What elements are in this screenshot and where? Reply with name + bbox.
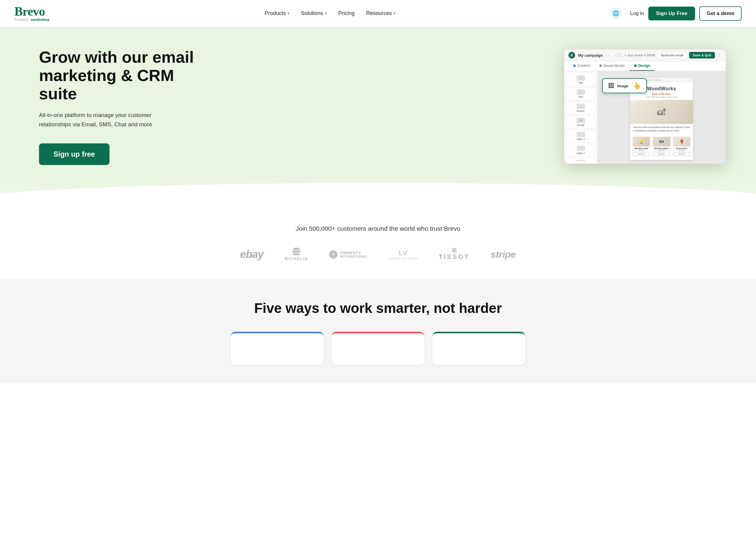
- demo-nav-button[interactable]: Get a demo: [699, 6, 742, 21]
- nav-resources[interactable]: Resources ▾: [366, 10, 395, 17]
- editor-send-button[interactable]: Send test email: [657, 52, 687, 59]
- logo[interactable]: Brevo Formerly sendinblue: [14, 5, 50, 22]
- logo-amnesty: A AMNESTY INTERNATIONAL: [329, 250, 368, 259]
- image-icon: 🖼: [608, 82, 614, 89]
- five-ways-card-3[interactable]: [432, 332, 525, 365]
- globe-icon[interactable]: 🌐: [610, 8, 621, 19]
- five-ways-cards: [24, 332, 732, 365]
- sidebar-block-style3[interactable]: Style 3: [566, 158, 595, 161]
- logo-name: Brevo: [14, 5, 50, 18]
- hero-left: Grow with our email marketing & CRM suit…: [39, 48, 213, 165]
- nav-solutions[interactable]: Solutions ▾: [301, 10, 327, 17]
- sidebar-block-title[interactable]: T Title: [566, 73, 595, 86]
- five-ways-section: Five ways to work smarter, not harder: [0, 279, 756, 383]
- arrow-right-icon[interactable]: ›: [608, 53, 609, 58]
- editor-sidebar: T Title ≡ Text ⬜ Button ⊕⊕ Social: [564, 71, 597, 161]
- signup-hero-button[interactable]: Sign up free: [39, 143, 109, 165]
- editor-nav-arrows[interactable]: ‹ ›: [606, 53, 609, 58]
- logo-tissot: TISSOT: [439, 248, 469, 261]
- chevron-down-icon: ▾: [325, 11, 327, 15]
- nav-divider: [625, 9, 626, 18]
- trust-headline: Join 500,000+ customers around the world…: [24, 225, 732, 232]
- sidebar-block-text[interactable]: ≡ Text: [566, 87, 595, 100]
- login-button[interactable]: Log in: [630, 11, 644, 17]
- editor-save-quit-button[interactable]: Save & Quit: [689, 52, 715, 59]
- trust-logos: ebay MICHELIN A AMNESTY INTERNATIONAL LV…: [24, 248, 732, 261]
- email-products-row: 💡 Wooden Lamp 23,00 € Discover 🍽 Wooden …: [630, 134, 693, 160]
- sidebar-block-social[interactable]: ⊕⊕ Social: [566, 116, 595, 128]
- nav-pricing[interactable]: Pricing: [338, 10, 355, 17]
- five-ways-card-1[interactable]: [231, 332, 324, 365]
- nav-links: Products ▾ Solutions ▾ Pricing Resources…: [265, 10, 395, 17]
- email-product-2: 🍽 Wooden platter 84,00 € Discover: [652, 136, 671, 157]
- hero-section: Grow with our email marketing & CRM suit…: [0, 27, 756, 201]
- logo-ebay: ebay: [240, 248, 263, 261]
- sidebar-block-style1[interactable]: Style 1: [566, 130, 595, 143]
- hero-subtitle: All-in-one platform to manage your custo…: [39, 111, 177, 129]
- editor-campaign-name: My campaign: [578, 53, 603, 58]
- email-coupon: -15% with this coupon: summer15: [634, 96, 690, 98]
- editor-canvas: 🖼 Image 👆 View this email in your browse…: [597, 71, 726, 164]
- logo-louis-vuitton: LV LOUIS VUITTON: [389, 249, 418, 260]
- email-description: Enter the world of WoodWorks with the ne…: [630, 124, 693, 134]
- five-ways-card-2[interactable]: [331, 332, 425, 365]
- editor-brevo-logo: B: [568, 52, 575, 59]
- hand-cursor-icon: 👆: [633, 82, 641, 90]
- trust-section: Join 500,000+ customers around the world…: [0, 201, 756, 279]
- arrow-left-icon[interactable]: ‹: [606, 53, 607, 58]
- chevron-down-icon: ▾: [394, 11, 395, 15]
- image-tooltip-label: Image: [617, 84, 628, 88]
- logo-stripe: stripe: [491, 249, 516, 260]
- editor-mockup: B My campaign ‹ › ◻ ◻ ✓ last saved 4:30P…: [564, 49, 726, 164]
- logo-formerly: Formerly sendinblue: [14, 18, 50, 22]
- chevron-down-icon: ▾: [288, 11, 290, 15]
- editor-icons: ◻ ◻: [615, 53, 622, 57]
- sidebar-block-button[interactable]: ⬜ Button: [566, 102, 595, 114]
- editor-tabs: Content Saved blocks Design: [564, 61, 726, 71]
- editor-tab-saved-blocks[interactable]: Saved blocks: [595, 61, 629, 71]
- editor-menu-icon[interactable]: ⋮: [717, 53, 721, 58]
- email-hero-image: 🛋: [630, 100, 693, 124]
- hero-title: Grow with our email marketing & CRM suit…: [39, 48, 213, 103]
- logo-formerly-name: sendinblue: [31, 18, 50, 22]
- signup-nav-button[interactable]: Sign Up Free: [648, 7, 695, 20]
- editor-save-info: ✓ last saved 4:30PM: [624, 54, 655, 57]
- navbar: Brevo Formerly sendinblue Products ▾ Sol…: [0, 0, 756, 27]
- five-ways-title: Five ways to work smarter, not harder: [24, 300, 732, 316]
- editor-body: T Title ≡ Text ⬜ Button ⊕⊕ Social: [564, 71, 726, 164]
- nav-products[interactable]: Products ▾: [265, 10, 290, 17]
- hero-right: B My campaign ‹ › ◻ ◻ ✓ last saved 4:30P…: [213, 49, 726, 164]
- editor-topbar: B My campaign ‹ › ◻ ◻ ✓ last saved 4:30P…: [564, 50, 726, 61]
- nav-right: 🌐 Log in Sign Up Free Get a demo: [610, 6, 742, 21]
- email-product-1: 💡 Wooden Lamp 23,00 € Discover: [632, 136, 651, 157]
- logo-michelin: MICHELIN: [284, 248, 308, 261]
- image-drop-tooltip: 🖼 Image 👆: [602, 78, 647, 93]
- editor-tab-design[interactable]: Design: [629, 61, 655, 71]
- editor-tab-content[interactable]: Content: [568, 61, 595, 71]
- email-product-3: 🏺 Accessories 55,00 € Discover: [672, 136, 691, 157]
- sidebar-block-style2[interactable]: Style 2: [566, 144, 595, 157]
